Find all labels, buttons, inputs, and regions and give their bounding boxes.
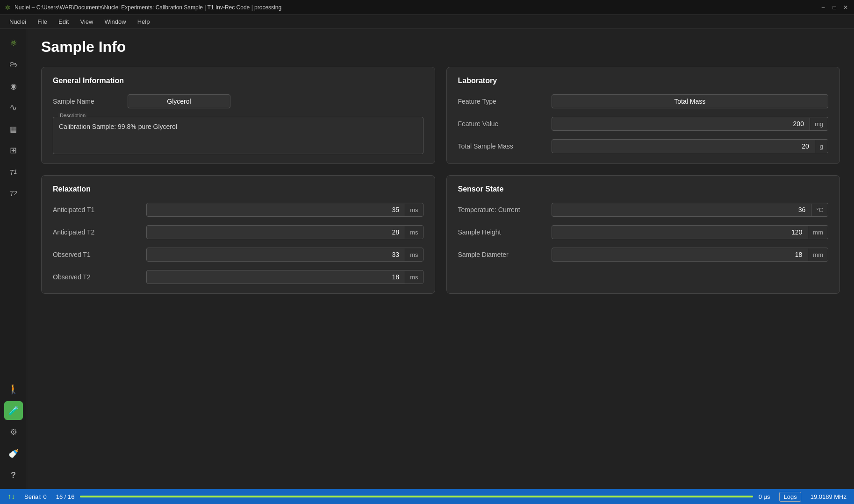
feature-value-input[interactable]: 200 [552, 117, 810, 130]
app-icon: ⚛ [5, 4, 11, 11]
sidebar-item-wifi[interactable]: ◉ [4, 77, 23, 95]
sample-diameter-input-row: 18 mm [552, 248, 829, 262]
menu-window[interactable]: Window [100, 16, 130, 27]
page-title: Sample Info [41, 38, 840, 56]
observed-t2-unit: ms [405, 271, 423, 284]
anticipated-t1-row: Anticipated T1 35 ms [53, 203, 423, 217]
app-body: ⚛ 🗁 ◉ ∿ ▦ ⊞ T1 T2 🚶 🧪 ⚙ 🍼 ? Sample Info … [0, 29, 854, 489]
anticipated-t2-unit: ms [405, 226, 423, 239]
sidebar-item-t2[interactable]: T2 [4, 184, 23, 203]
sample-height-input-row: 120 mm [552, 225, 829, 239]
window-title: Nuclei – C:\Users\WAR\Documents\Nuclei E… [14, 4, 281, 11]
sensor-state-title: Sensor State [458, 185, 829, 193]
sidebar-item-chart[interactable]: ∿ [4, 98, 23, 117]
laboratory-title: Laboratory [458, 77, 829, 85]
sidebar-item-t1[interactable]: T1 [4, 163, 23, 181]
menu-view[interactable]: View [75, 16, 98, 27]
total-sample-mass-input[interactable]: 20 [552, 140, 815, 153]
relaxation-title: Relaxation [53, 185, 423, 193]
description-label: Description [58, 113, 87, 118]
temperature-label: Temperature: Current [458, 206, 552, 213]
feature-value-unit: mg [810, 118, 828, 130]
sample-name-input[interactable]: Glycerol [128, 94, 230, 108]
statusbar: ↑↓ Serial: 0 16 / 16 0 μs Logs 19.0189 M… [0, 489, 854, 504]
feature-type-input[interactable]: Total Mass [552, 94, 829, 108]
sidebar-item-baby[interactable]: 🍼 [4, 444, 23, 463]
anticipated-t1-input[interactable]: 35 [147, 203, 405, 216]
progress-fill [80, 496, 753, 497]
feature-value-row: Feature Value 200 mg [458, 117, 829, 131]
progress-container: 16 / 16 0 μs [56, 493, 770, 500]
arrows-icon: ↑↓ [7, 492, 15, 501]
titlebar-left: ⚛ Nuclei – C:\Users\WAR\Documents\Nuclei… [5, 4, 281, 11]
sensor-state-card: Sensor State Temperature: Current 36 °C … [446, 175, 840, 294]
sample-height-input[interactable]: 120 [552, 226, 808, 239]
sidebar-item-barchart[interactable]: ▦ [4, 120, 23, 138]
observed-t2-label: Observed T2 [53, 273, 146, 281]
serial-label: Serial: 0 [24, 493, 47, 500]
sidebar: ⚛ 🗁 ◉ ∿ ▦ ⊞ T1 T2 🚶 🧪 ⚙ 🍼 ? [0, 29, 27, 489]
progress-label: 16 / 16 [56, 493, 75, 500]
menu-file[interactable]: File [33, 16, 52, 27]
titlebar-controls: – □ ✕ [819, 4, 849, 11]
minimize-button[interactable]: – [819, 4, 827, 11]
general-info-card: General Information Sample Name Glycerol… [41, 67, 435, 164]
observed-t2-row: Observed T2 18 ms [53, 270, 423, 284]
anticipated-t2-input-row: 28 ms [146, 225, 423, 239]
sample-diameter-row: Sample Diameter 18 mm [458, 248, 829, 262]
menubar: Nuclei File Edit View Window Help [0, 15, 854, 29]
observed-t1-input[interactable]: 33 [147, 248, 405, 261]
laboratory-card: Laboratory Feature Type Total Mass Featu… [446, 67, 840, 164]
sample-height-row: Sample Height 120 mm [458, 225, 829, 239]
menu-edit[interactable]: Edit [54, 16, 73, 27]
observed-t2-input-row: 18 ms [146, 270, 423, 284]
progress-track [80, 496, 753, 497]
sidebar-item-folder[interactable]: 🗁 [4, 55, 23, 74]
feature-value-input-row: 200 mg [552, 117, 829, 131]
sidebar-item-grid[interactable]: ⊞ [4, 141, 23, 160]
logs-label[interactable]: Logs [779, 492, 801, 502]
description-section: Description Calibration Sample: 99.8% pu… [53, 117, 423, 154]
feature-value-label: Feature Value [458, 120, 552, 128]
anticipated-t1-label: Anticipated T1 [53, 206, 146, 213]
anticipated-t1-unit: ms [405, 204, 423, 216]
observed-t1-input-row: 33 ms [146, 248, 423, 262]
anticipated-t2-row: Anticipated T2 28 ms [53, 225, 423, 239]
observed-t2-input[interactable]: 18 [147, 270, 405, 284]
total-sample-mass-input-row: 20 g [552, 139, 829, 153]
temperature-unit: °C [811, 204, 828, 216]
sample-name-row: Sample Name Glycerol [53, 94, 423, 108]
temperature-input-row: 36 °C [552, 203, 829, 217]
frequency-label: 19.0189 MHz [811, 493, 847, 500]
maximize-button[interactable]: □ [831, 4, 838, 11]
sidebar-item-atom[interactable]: ⚛ [4, 34, 23, 52]
main-content: Sample Info General Information Sample N… [27, 29, 854, 489]
anticipated-t2-input[interactable]: 28 [147, 226, 405, 239]
time-label: 0 μs [759, 493, 770, 500]
total-sample-mass-unit: g [815, 140, 828, 153]
relaxation-card: Relaxation Anticipated T1 35 ms Anticipa… [41, 175, 435, 294]
menu-nuclei[interactable]: Nuclei [5, 16, 31, 27]
menu-help[interactable]: Help [133, 16, 155, 27]
observed-t1-unit: ms [405, 248, 423, 261]
sample-height-unit: mm [808, 226, 828, 239]
sidebar-item-sample[interactable]: 🧪 [4, 401, 23, 420]
feature-type-label: Feature Type [458, 98, 552, 105]
total-sample-mass-row: Total Sample Mass 20 g [458, 139, 829, 153]
feature-type-row: Feature Type Total Mass [458, 94, 829, 108]
anticipated-t2-label: Anticipated T2 [53, 228, 146, 236]
sidebar-item-person[interactable]: 🚶 [4, 380, 23, 398]
general-info-title: General Information [53, 77, 423, 85]
anticipated-t1-input-row: 35 ms [146, 203, 423, 217]
sidebar-item-settings[interactable]: ⚙ [4, 423, 23, 441]
temperature-row: Temperature: Current 36 °C [458, 203, 829, 217]
sidebar-item-help[interactable]: ? [4, 466, 23, 484]
temperature-input[interactable]: 36 [552, 203, 811, 216]
description-box[interactable]: Description Calibration Sample: 99.8% pu… [53, 117, 423, 154]
sample-diameter-unit: mm [808, 248, 828, 261]
sample-diameter-input[interactable]: 18 [552, 248, 808, 261]
statusbar-right: Logs 19.0189 MHz [779, 492, 847, 502]
close-button[interactable]: ✕ [842, 4, 849, 11]
description-value: Calibration Sample: 99.8% pure Glycerol [59, 123, 177, 130]
total-sample-mass-label: Total Sample Mass [458, 142, 552, 150]
